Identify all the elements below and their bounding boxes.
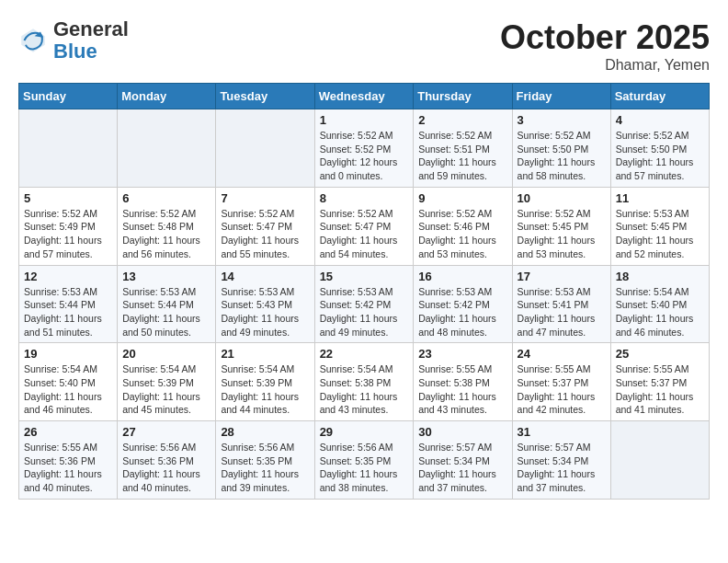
calendar-cell: 3Sunrise: 5:52 AM Sunset: 5:50 PM Daylig… bbox=[512, 109, 610, 188]
day-info: Sunrise: 5:57 AM Sunset: 5:34 PM Dayligh… bbox=[418, 441, 506, 495]
month-title: October 2025 bbox=[500, 18, 710, 57]
week-row-3: 12Sunrise: 5:53 AM Sunset: 5:44 PM Dayli… bbox=[19, 265, 710, 343]
day-number: 21 bbox=[221, 347, 309, 361]
day-number: 22 bbox=[320, 347, 409, 361]
day-info: Sunrise: 5:53 AM Sunset: 5:45 PM Dayligh… bbox=[616, 207, 704, 261]
day-number: 30 bbox=[418, 425, 506, 439]
day-info: Sunrise: 5:53 AM Sunset: 5:44 PM Dayligh… bbox=[122, 285, 210, 339]
calendar-cell: 30Sunrise: 5:57 AM Sunset: 5:34 PM Dayli… bbox=[414, 421, 512, 500]
week-row-4: 19Sunrise: 5:54 AM Sunset: 5:40 PM Dayli… bbox=[19, 343, 710, 421]
day-info: Sunrise: 5:53 AM Sunset: 5:42 PM Dayligh… bbox=[418, 285, 506, 339]
day-info: Sunrise: 5:52 AM Sunset: 5:45 PM Dayligh… bbox=[518, 207, 606, 261]
calendar-cell bbox=[216, 109, 314, 188]
title-block: October 2025 Dhamar, Yemen bbox=[500, 18, 710, 74]
calendar-cell: 18Sunrise: 5:54 AM Sunset: 5:40 PM Dayli… bbox=[610, 265, 709, 343]
day-number: 7 bbox=[221, 191, 309, 205]
day-info: Sunrise: 5:52 AM Sunset: 5:49 PM Dayligh… bbox=[24, 207, 112, 261]
calendar-cell: 19Sunrise: 5:54 AM Sunset: 5:40 PM Dayli… bbox=[19, 343, 118, 421]
location-title: Dhamar, Yemen bbox=[500, 57, 710, 74]
day-number: 31 bbox=[518, 425, 606, 439]
day-number: 12 bbox=[24, 270, 112, 283]
weekday-header-tuesday: Tuesday bbox=[216, 84, 314, 109]
calendar-cell bbox=[19, 109, 118, 188]
calendar-cell: 24Sunrise: 5:55 AM Sunset: 5:37 PM Dayli… bbox=[512, 343, 610, 421]
logo-icon bbox=[18, 26, 48, 55]
calendar-cell: 13Sunrise: 5:53 AM Sunset: 5:44 PM Dayli… bbox=[118, 265, 216, 343]
day-number: 10 bbox=[518, 191, 606, 205]
day-number: 18 bbox=[616, 270, 704, 283]
day-number: 6 bbox=[122, 191, 210, 205]
day-info: Sunrise: 5:55 AM Sunset: 5:37 PM Dayligh… bbox=[518, 362, 606, 417]
day-info: Sunrise: 5:53 AM Sunset: 5:41 PM Dayligh… bbox=[518, 285, 606, 339]
day-number: 24 bbox=[518, 347, 606, 361]
day-info: Sunrise: 5:52 AM Sunset: 5:50 PM Dayligh… bbox=[616, 129, 704, 183]
calendar: SundayMondayTuesdayWednesdayThursdayFrid… bbox=[18, 83, 710, 500]
day-number: 14 bbox=[221, 270, 309, 283]
week-row-1: 1Sunrise: 5:52 AM Sunset: 5:52 PM Daylig… bbox=[19, 109, 710, 188]
day-info: Sunrise: 5:52 AM Sunset: 5:47 PM Dayligh… bbox=[320, 207, 409, 261]
day-info: Sunrise: 5:52 AM Sunset: 5:51 PM Dayligh… bbox=[418, 129, 506, 183]
day-info: Sunrise: 5:54 AM Sunset: 5:38 PM Dayligh… bbox=[320, 362, 409, 417]
calendar-cell: 4Sunrise: 5:52 AM Sunset: 5:50 PM Daylig… bbox=[610, 109, 709, 188]
calendar-cell: 21Sunrise: 5:54 AM Sunset: 5:39 PM Dayli… bbox=[216, 343, 314, 421]
calendar-cell: 8Sunrise: 5:52 AM Sunset: 5:47 PM Daylig… bbox=[314, 187, 414, 265]
day-info: Sunrise: 5:54 AM Sunset: 5:40 PM Dayligh… bbox=[24, 362, 112, 417]
weekday-header-sunday: Sunday bbox=[19, 84, 118, 109]
day-info: Sunrise: 5:56 AM Sunset: 5:35 PM Dayligh… bbox=[221, 441, 309, 495]
day-info: Sunrise: 5:52 AM Sunset: 5:47 PM Dayligh… bbox=[221, 207, 309, 261]
day-info: Sunrise: 5:54 AM Sunset: 5:39 PM Dayligh… bbox=[122, 362, 210, 417]
page-header: General Blue October 2025 Dhamar, Yemen bbox=[18, 18, 710, 74]
day-number: 28 bbox=[221, 425, 309, 439]
day-number: 3 bbox=[518, 113, 606, 127]
day-info: Sunrise: 5:56 AM Sunset: 5:36 PM Dayligh… bbox=[122, 441, 210, 495]
calendar-cell: 2Sunrise: 5:52 AM Sunset: 5:51 PM Daylig… bbox=[414, 109, 512, 188]
calendar-cell: 29Sunrise: 5:56 AM Sunset: 5:35 PM Dayli… bbox=[314, 421, 414, 500]
calendar-cell: 11Sunrise: 5:53 AM Sunset: 5:45 PM Dayli… bbox=[610, 187, 709, 265]
calendar-cell: 23Sunrise: 5:55 AM Sunset: 5:38 PM Dayli… bbox=[414, 343, 512, 421]
logo: General Blue bbox=[18, 18, 129, 63]
day-number: 16 bbox=[418, 270, 506, 283]
day-number: 8 bbox=[320, 191, 409, 205]
calendar-cell bbox=[610, 421, 709, 500]
calendar-cell: 9Sunrise: 5:52 AM Sunset: 5:46 PM Daylig… bbox=[414, 187, 512, 265]
day-info: Sunrise: 5:55 AM Sunset: 5:38 PM Dayligh… bbox=[418, 362, 506, 417]
calendar-cell: 22Sunrise: 5:54 AM Sunset: 5:38 PM Dayli… bbox=[314, 343, 414, 421]
day-info: Sunrise: 5:55 AM Sunset: 5:37 PM Dayligh… bbox=[616, 362, 704, 417]
day-number: 4 bbox=[616, 113, 704, 127]
calendar-cell: 28Sunrise: 5:56 AM Sunset: 5:35 PM Dayli… bbox=[216, 421, 314, 500]
weekday-header-wednesday: Wednesday bbox=[314, 84, 414, 109]
week-row-2: 5Sunrise: 5:52 AM Sunset: 5:49 PM Daylig… bbox=[19, 187, 710, 265]
calendar-cell: 12Sunrise: 5:53 AM Sunset: 5:44 PM Dayli… bbox=[19, 265, 118, 343]
calendar-cell: 17Sunrise: 5:53 AM Sunset: 5:41 PM Dayli… bbox=[512, 265, 610, 343]
weekday-header-friday: Friday bbox=[512, 84, 610, 109]
day-number: 26 bbox=[24, 425, 112, 439]
day-number: 13 bbox=[122, 270, 210, 283]
day-number: 25 bbox=[616, 347, 704, 361]
day-number: 9 bbox=[418, 191, 506, 205]
day-number: 19 bbox=[24, 347, 112, 361]
week-row-5: 26Sunrise: 5:55 AM Sunset: 5:36 PM Dayli… bbox=[19, 421, 710, 500]
day-info: Sunrise: 5:55 AM Sunset: 5:36 PM Dayligh… bbox=[24, 441, 112, 495]
calendar-cell: 16Sunrise: 5:53 AM Sunset: 5:42 PM Dayli… bbox=[414, 265, 512, 343]
day-number: 29 bbox=[320, 425, 409, 439]
calendar-cell: 20Sunrise: 5:54 AM Sunset: 5:39 PM Dayli… bbox=[118, 343, 216, 421]
calendar-cell: 6Sunrise: 5:52 AM Sunset: 5:48 PM Daylig… bbox=[118, 187, 216, 265]
day-number: 15 bbox=[320, 270, 409, 283]
day-number: 27 bbox=[122, 425, 210, 439]
day-info: Sunrise: 5:57 AM Sunset: 5:34 PM Dayligh… bbox=[518, 441, 606, 495]
weekday-header-saturday: Saturday bbox=[610, 84, 709, 109]
day-info: Sunrise: 5:53 AM Sunset: 5:43 PM Dayligh… bbox=[221, 285, 309, 339]
weekday-header-monday: Monday bbox=[118, 84, 216, 109]
calendar-cell: 15Sunrise: 5:53 AM Sunset: 5:42 PM Dayli… bbox=[314, 265, 414, 343]
day-info: Sunrise: 5:52 AM Sunset: 5:52 PM Dayligh… bbox=[320, 129, 409, 183]
day-number: 2 bbox=[418, 113, 506, 127]
day-info: Sunrise: 5:56 AM Sunset: 5:35 PM Dayligh… bbox=[320, 441, 409, 495]
day-number: 1 bbox=[320, 113, 409, 127]
day-number: 5 bbox=[24, 191, 112, 205]
day-info: Sunrise: 5:54 AM Sunset: 5:39 PM Dayligh… bbox=[221, 362, 309, 417]
day-info: Sunrise: 5:52 AM Sunset: 5:46 PM Dayligh… bbox=[418, 207, 506, 261]
calendar-cell: 14Sunrise: 5:53 AM Sunset: 5:43 PM Dayli… bbox=[216, 265, 314, 343]
day-number: 20 bbox=[122, 347, 210, 361]
day-info: Sunrise: 5:53 AM Sunset: 5:44 PM Dayligh… bbox=[24, 285, 112, 339]
day-info: Sunrise: 5:54 AM Sunset: 5:40 PM Dayligh… bbox=[616, 285, 704, 339]
